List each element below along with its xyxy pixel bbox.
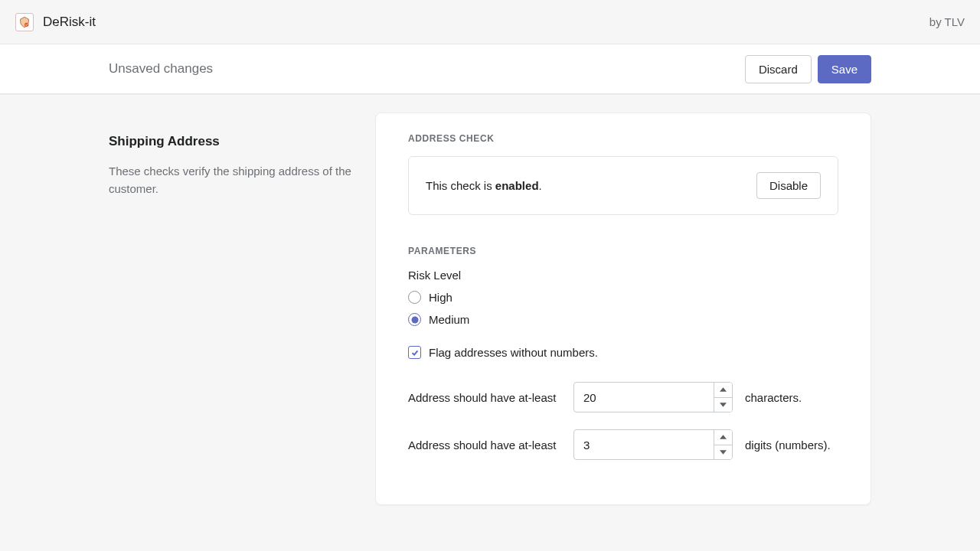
min-digits-input[interactable] (574, 430, 714, 459)
app-by-label: by TLV (929, 15, 965, 28)
stepper-down-icon[interactable] (714, 445, 732, 460)
status-prefix: This check is (426, 179, 495, 192)
address-check-heading: ADDRESS CHECK (408, 133, 838, 144)
status-value: enabled (495, 179, 539, 192)
min-chars-suffix: characters. (745, 391, 802, 404)
min-chars-input[interactable] (574, 383, 714, 412)
app-logo-icon (15, 13, 34, 31)
checkbox-icon (408, 346, 421, 359)
app-title: DeRisk-it (43, 15, 96, 30)
unsaved-changes-label: Unsaved changes (109, 61, 213, 77)
radio-icon (408, 291, 421, 304)
stepper-down-icon[interactable] (714, 398, 732, 412)
min-digits-suffix: digits (numbers). (745, 439, 831, 452)
app-header-left: DeRisk-it (15, 13, 96, 31)
radio-icon (408, 313, 421, 326)
min-chars-label: Address should have at-least (408, 391, 561, 404)
section-description: These checks verify the shipping address… (109, 163, 357, 197)
parameters-heading: PARAMETERS (408, 246, 838, 256)
flag-addresses-checkbox[interactable]: Flag addresses without numbers. (408, 346, 838, 359)
risk-option-high[interactable]: High (408, 291, 838, 304)
main-content: Shipping Address These checks verify the… (0, 94, 980, 523)
min-digits-row: Address should have at-least digits (num… (408, 429, 838, 460)
settings-card: ADDRESS CHECK This check is enabled. Dis… (375, 112, 871, 505)
min-digits-label: Address should have at-least (408, 439, 561, 452)
stepper-up-icon[interactable] (714, 383, 732, 398)
stepper-up-icon[interactable] (714, 430, 732, 445)
radio-label-medium: Medium (429, 313, 469, 326)
action-buttons: Discard Save (745, 55, 871, 83)
status-suffix: . (539, 179, 542, 192)
min-digits-steppers (714, 430, 732, 459)
section-header: Shipping Address These checks verify the… (109, 112, 357, 505)
section-title: Shipping Address (109, 134, 357, 149)
app-header: DeRisk-it by TLV (0, 0, 980, 44)
status-card: This check is enabled. Disable (408, 156, 838, 215)
min-chars-input-wrap (573, 382, 733, 412)
discard-button[interactable]: Discard (745, 55, 812, 83)
risk-level-label: Risk Level (408, 269, 838, 282)
radio-label-high: High (429, 291, 452, 304)
action-bar: Unsaved changes Discard Save (0, 44, 980, 94)
status-text: This check is enabled. (426, 179, 542, 192)
risk-option-medium[interactable]: Medium (408, 313, 838, 326)
save-button[interactable]: Save (818, 55, 871, 83)
min-characters-row: Address should have at-least characters. (408, 382, 838, 412)
disable-button[interactable]: Disable (756, 172, 821, 199)
min-chars-steppers (714, 383, 732, 412)
flag-checkbox-label: Flag addresses without numbers. (429, 346, 598, 359)
min-digits-input-wrap (573, 429, 733, 460)
